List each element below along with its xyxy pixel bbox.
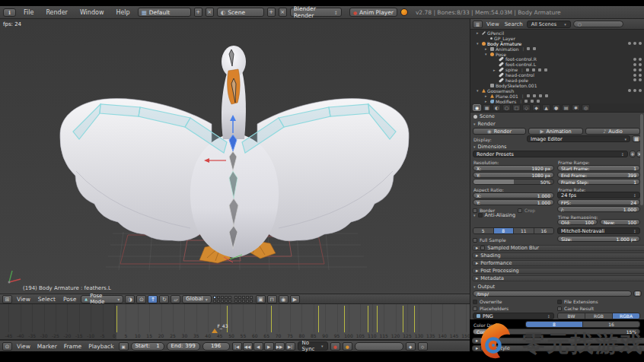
play-reverse-button[interactable]: ◀ <box>253 342 263 351</box>
file-format-selector[interactable]: PNG ↕ <box>473 313 554 319</box>
keyframe-line[interactable] <box>368 306 368 332</box>
layer-cell[interactable] <box>217 296 220 299</box>
menu-render[interactable]: Render <box>41 9 72 16</box>
expand-toggle-icon[interactable]: ▾ <box>477 88 480 93</box>
restrict-view-icon[interactable] <box>633 63 636 66</box>
editor-type-3d-button[interactable]: ⊞ <box>2 295 12 303</box>
aa-sample-16[interactable]: 16 <box>534 228 554 233</box>
menu-tl-playback[interactable]: Playback <box>86 343 116 350</box>
restrict-view-icon[interactable] <box>633 78 636 81</box>
restrict-render-icon[interactable] <box>639 42 642 45</box>
screen-layout-selector[interactable]: ▦ Default <box>138 8 191 17</box>
layer-cell[interactable] <box>228 296 231 299</box>
outliner-search-input[interactable]: ○ <box>573 21 623 27</box>
panel-post-processing[interactable]: ▸ Post Processing <box>472 268 644 274</box>
menu-tl-frame[interactable]: Frame <box>62 343 84 350</box>
keyframe-line[interactable] <box>318 306 319 332</box>
outliner-item-head-pole[interactable]: head-pole <box>470 78 644 83</box>
expand-toggle-icon[interactable]: ▸ <box>493 68 497 72</box>
aa-enable-checkbox[interactable] <box>478 213 483 218</box>
aa-sample-11[interactable]: 11 <box>514 228 534 233</box>
overwrite-checkbox[interactable]: Overwrite <box>473 299 502 304</box>
menu-ol-search[interactable]: Search <box>503 21 524 27</box>
aspect-y-field[interactable]: Y:1.000 <box>473 199 554 205</box>
start-frame-field[interactable]: Start: 1 <box>131 342 164 351</box>
extra-icon[interactable] <box>531 100 534 103</box>
depth-8[interactable]: 8 <box>526 322 583 327</box>
outliner-item-foot-control-l[interactable]: foot-control.L <box>470 62 644 67</box>
scene-selector[interactable]: ◐ Scene <box>217 8 264 17</box>
remap-old-field[interactable]: Old:100 <box>557 219 598 225</box>
menu-pose[interactable]: Pose <box>60 296 79 303</box>
render-panel-header[interactable]: ▾ Render <box>470 121 644 127</box>
add-layout-button[interactable]: + <box>194 8 202 17</box>
layer-cell[interactable] <box>238 296 241 299</box>
keyframe-line[interactable] <box>377 306 378 332</box>
layer-cell[interactable] <box>250 296 253 299</box>
expand-toggle-icon[interactable]: ▸ <box>485 46 489 51</box>
properties-scrollbar[interactable] <box>640 114 643 205</box>
menu-ol-view[interactable]: View <box>485 21 501 27</box>
tab-world[interactable]: ○ <box>502 104 511 111</box>
outliner-item-spine[interactable]: ▸spine| <box>470 67 644 72</box>
expand-toggle-icon[interactable]: ▸ <box>477 30 480 35</box>
expand-toggle-icon[interactable]: ▸ <box>485 94 489 98</box>
channel-bw[interactable]: BW <box>558 313 585 319</box>
color-mode-segment[interactable]: BW RGB RGBA <box>557 313 640 319</box>
menu-view[interactable]: View <box>14 296 33 303</box>
snap-toggle-button[interactable]: ⊓ <box>267 295 277 303</box>
extra-icon[interactable] <box>545 94 548 97</box>
extra-icon[interactable] <box>537 100 540 103</box>
smb-checkbox[interactable] <box>480 246 485 250</box>
add-scene-button[interactable]: + <box>267 8 276 17</box>
color-depth-segment[interactable]: 8 16 <box>525 321 640 328</box>
keyframe-line[interactable] <box>116 306 117 332</box>
render-button[interactable]: ◉ Render <box>473 128 526 135</box>
menu-window[interactable]: Window <box>75 9 109 16</box>
fps-preset-selector[interactable]: 24 fps ↕ <box>557 192 640 198</box>
keyframe-line[interactable] <box>414 306 415 332</box>
anim-player-button[interactable]: ● Anim Player <box>349 8 397 17</box>
outliner-item-gp-layer[interactable]: GP_Layer <box>470 36 644 41</box>
manipulator-translate-button[interactable]: ↑ <box>148 295 158 303</box>
restrict-render-icon[interactable] <box>639 89 642 92</box>
timeline-marker[interactable] <box>212 329 218 333</box>
layer-cell[interactable] <box>238 300 241 303</box>
restrict-select-icon[interactable] <box>633 89 636 92</box>
tab-particles[interactable]: ✱ <box>572 104 580 111</box>
full-sample-checkbox[interactable]: Full Sample <box>473 237 506 243</box>
restrict-select-icon[interactable] <box>639 78 642 81</box>
channel-rgb[interactable]: RGB <box>585 313 613 319</box>
layer-cell[interactable] <box>234 296 238 299</box>
tab-scene[interactable]: ◐ <box>493 104 501 111</box>
layer-cell[interactable] <box>250 300 253 303</box>
frame-step-field[interactable]: Frame Step:1 <box>557 179 640 185</box>
editor-type-info-button[interactable]: ℹ <box>3 8 16 17</box>
preset-add-button[interactable]: + <box>630 151 636 157</box>
restrict-select-icon[interactable] <box>639 68 642 71</box>
layer-cell[interactable] <box>246 296 249 299</box>
start-frame-field[interactable]: Start Frame:1 <box>557 165 640 171</box>
outliner-item-foot-control-r[interactable]: foot-control.R <box>470 56 644 62</box>
extra-icon[interactable] <box>527 94 530 97</box>
close-layout-button[interactable]: × <box>206 8 214 17</box>
prev-keyframe-button[interactable]: ◀◀ <box>243 342 253 351</box>
keyframe-line[interactable] <box>271 306 272 332</box>
remap-new-field[interactable]: New:100 <box>600 219 640 225</box>
outliner-item-pose[interactable]: ▾Pose <box>470 52 644 57</box>
mode-selector[interactable]: ▲ Pose Mode ▾ <box>81 295 123 303</box>
layer-cell[interactable] <box>213 296 216 299</box>
outliner-item-animation[interactable]: ▸Animation| <box>470 46 644 52</box>
fps-field[interactable]: FPS:24 <box>557 199 640 205</box>
depth-16[interactable]: 16 <box>583 322 639 327</box>
aa-sample-8[interactable]: 8 <box>494 228 515 233</box>
dimensions-panel-header[interactable]: ▾ Dimensions <box>470 144 644 150</box>
record-button[interactable]: ● <box>330 342 340 351</box>
editor-type-timeline-button[interactable]: ⊙ <box>2 342 12 351</box>
manipulator-rotate-button[interactable]: ↻ <box>159 295 169 303</box>
layer-cell[interactable] <box>242 300 245 303</box>
tab-physics[interactable]: ◎ <box>582 104 590 111</box>
transform-orientation-selector[interactable]: Global ▾ <box>182 295 211 303</box>
placeholders-checkbox[interactable]: Placeholders <box>473 306 509 311</box>
current-frame-field[interactable]: 196 <box>202 342 230 351</box>
